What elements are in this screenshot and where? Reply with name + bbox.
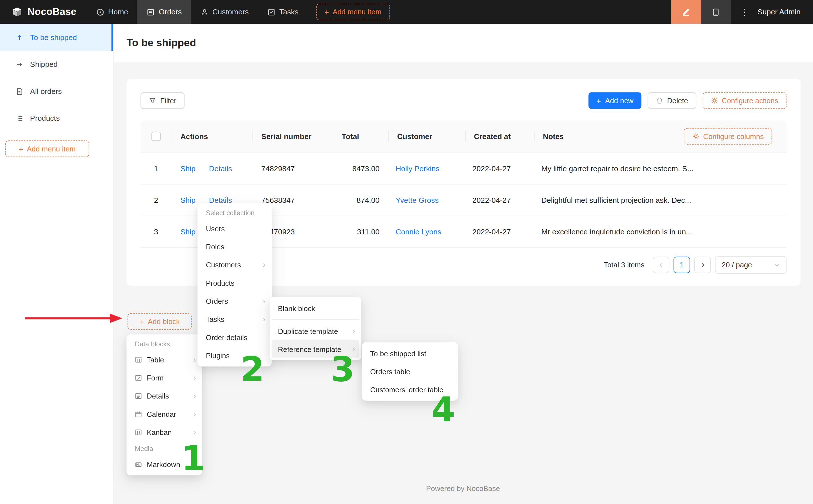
annotation-number-2: 2 (241, 353, 264, 387)
annotation-number-4: 4 (431, 393, 455, 427)
menu-item-calendar[interactable]: Calendar › (129, 405, 200, 423)
configure-columns-button[interactable]: Configure columns (684, 128, 772, 145)
sidebar: To be shipped Shipped All orders Product… (0, 24, 114, 504)
trash-icon (656, 97, 663, 104)
menu-item-order-details[interactable]: Order details (200, 328, 270, 346)
sidebar-item-products[interactable]: Products (0, 105, 113, 132)
nav-item-label: Customers (212, 8, 249, 16)
plus-icon: + (596, 97, 601, 105)
column-header-serial-number: Serial number (252, 132, 333, 140)
nav-item-customers[interactable]: Customers (191, 0, 258, 24)
nav-item-orders[interactable]: Orders (137, 0, 191, 24)
more-menu-button[interactable]: ⋮ (731, 6, 758, 17)
menu-group-label: Data blocks (129, 336, 200, 351)
table-toolbar: Filter + Add new Delete Configure action… (140, 92, 786, 109)
nav-item-home[interactable]: Home (87, 0, 138, 24)
add-new-button[interactable]: + Add new (589, 92, 641, 109)
chevron-right-icon: › (352, 327, 355, 335)
mobile-button[interactable] (701, 0, 731, 24)
user-menu[interactable]: Super Admin (757, 8, 813, 16)
kanban-icon (135, 428, 142, 436)
chevron-right-icon: › (193, 428, 196, 436)
powered-by: Powered by NocoBase (113, 484, 813, 492)
row-index: 3 (140, 228, 172, 236)
menu-item-products[interactable]: Products (200, 274, 270, 292)
gear-icon (711, 97, 718, 104)
column-header-total: Total (333, 132, 388, 140)
menu-item-details[interactable]: Details › (129, 387, 200, 405)
select-collection-menu: Select collection Users Roles Customers›… (197, 203, 272, 366)
menu-item-table[interactable]: Table › (129, 350, 200, 368)
pagination-next-button[interactable] (694, 257, 711, 273)
add-menu-item-button-sidebar[interactable]: + Add menu item (5, 140, 89, 157)
menu-item-to-be-shipped-list[interactable]: To be shipped list (364, 344, 456, 362)
page-size-select[interactable]: 20 / page (715, 256, 787, 274)
pagination-total: Total 3 items (604, 261, 644, 269)
serial-cell: 74829847 (252, 164, 333, 173)
details-icon (135, 392, 142, 399)
configure-actions-button[interactable]: Configure actions (703, 92, 787, 109)
sidebar-item-to-be-shipped[interactable]: To be shipped (0, 24, 113, 51)
page-header: To be shipped (113, 24, 813, 62)
notes-cell: Delightful met sufficient projection ask… (533, 196, 787, 204)
notes-cell: Mr excellence inquietude conviction is i… (533, 228, 787, 236)
menu-item-customers[interactable]: Customers› (200, 256, 270, 274)
customer-link[interactable]: Yvette Gross (395, 196, 439, 204)
column-header-actions: Actions (172, 132, 252, 140)
column-header-created-at: Created at (465, 132, 534, 140)
ui-editor-button[interactable] (671, 0, 701, 24)
chevron-right-icon: › (263, 315, 265, 323)
nav-item-tasks[interactable]: Tasks (258, 0, 308, 24)
sidebar-item-all-orders[interactable]: All orders (0, 78, 113, 105)
menu-item-orders-table[interactable]: Orders table (364, 362, 456, 380)
menu-item-form[interactable]: Form › (129, 369, 200, 387)
kebab-icon: ⋮ (740, 7, 749, 17)
red-arrow-annotation (24, 312, 124, 325)
menu-item-duplicate-template[interactable]: Duplicate template› (272, 322, 359, 340)
top-navbar: NocoBase Home Orders Customers Tasks + A… (0, 0, 813, 24)
ship-link[interactable]: Ship (181, 228, 195, 236)
nav-item-label: Orders (159, 8, 182, 16)
markdown-icon (135, 461, 142, 468)
top-menu: Home Orders Customers Tasks + Add menu i… (87, 0, 390, 24)
filter-button[interactable]: Filter (140, 92, 184, 109)
menu-item-tasks[interactable]: Tasks› (200, 310, 270, 328)
total-cell: 311.00 (333, 228, 387, 236)
plus-icon: + (19, 145, 23, 153)
table-row: 1 Ship Details 74829847 8473.00 Holly Pe… (140, 153, 786, 184)
delete-button[interactable]: Delete (647, 92, 696, 109)
tasks-icon (267, 8, 275, 16)
arrow-up-icon (16, 34, 23, 41)
menu-item-blank-block[interactable]: Blank block (272, 299, 359, 317)
chevron-right-icon: › (193, 373, 196, 382)
add-menu-item-button-top[interactable]: + Add menu item (316, 4, 390, 20)
menu-item-orders[interactable]: Orders› (200, 292, 270, 310)
filter-icon (149, 97, 156, 104)
select-all-checkbox[interactable] (151, 132, 161, 141)
mobile-icon (712, 8, 720, 16)
customer-link[interactable]: Connie Lyons (395, 228, 441, 236)
sidebar-item-shipped[interactable]: Shipped (0, 51, 113, 78)
pagination-prev-button[interactable] (653, 257, 669, 273)
table-icon (135, 356, 142, 363)
menu-item-users[interactable]: Users (200, 219, 270, 237)
menu-item-roles[interactable]: Roles (200, 237, 270, 256)
nav-item-label: Tasks (279, 8, 298, 16)
form-icon (135, 374, 142, 381)
add-block-button[interactable]: + Add block (128, 313, 192, 330)
created-at-cell: 2022-04-27 (463, 164, 532, 173)
chevron-right-icon: › (193, 355, 196, 364)
ship-link[interactable]: Ship (181, 196, 195, 204)
customer-link[interactable]: Holly Perkins (395, 164, 440, 173)
logo-text: NocoBase (27, 6, 76, 17)
app-viewport: NocoBase Home Orders Customers Tasks + A… (0, 0, 813, 504)
nocobase-logo[interactable]: NocoBase (0, 6, 87, 17)
details-link[interactable]: Details (209, 164, 232, 173)
ship-link[interactable]: Ship (181, 164, 195, 173)
notes-cell: My little garret repair to desire he est… (533, 164, 787, 173)
created-at-cell: 2022-04-27 (463, 228, 532, 236)
pagination-page-1[interactable]: 1 (674, 257, 690, 273)
table-header-row: Actions Serial number Total Customer Cre… (140, 120, 786, 153)
sidebar-item-label: To be shipped (30, 33, 77, 41)
sidebar-item-label: Products (30, 114, 60, 122)
